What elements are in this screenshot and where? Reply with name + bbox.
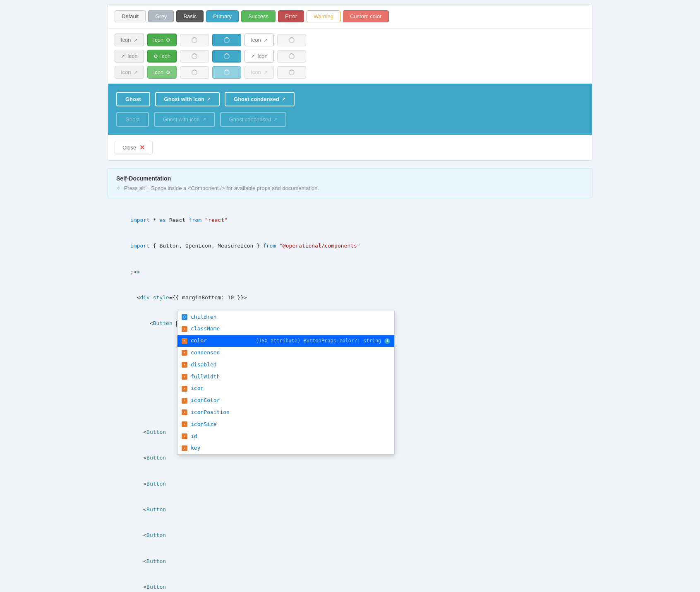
code-line-1: import * as React from "react" — [111, 207, 589, 233]
icon-row-1: Icon ↗ Icon ⚙ Icon ↗ — [115, 34, 585, 46]
code-line-4: <div style={{ marginBottom: 10 }}> — [111, 285, 589, 310]
btn-custom[interactable]: Custom color — [343, 10, 389, 22]
ghost-with-icon-label-1: Ghost with icon — [164, 96, 205, 102]
code-line-12: <Button — [111, 574, 589, 592]
ac-item-icon[interactable]: ⚡ icon — [177, 383, 394, 395]
btn-icon-primary-2[interactable] — [212, 50, 241, 63]
ghost-label-2: Ghost — [125, 116, 140, 123]
ghost-condensed-label-1: Ghost condensed — [234, 96, 279, 102]
ghost-section: Ghost Ghost with icon ↗ Ghost condensed … — [108, 84, 592, 135]
btn-icon-default-1[interactable]: Icon ↗ — [115, 34, 144, 46]
icon-text-9: Icon — [251, 69, 261, 75]
ac-icon-iconcolor: ⚡ — [182, 398, 187, 404]
icon-text-6: Icon — [257, 53, 268, 59]
ac-item-iconposition[interactable]: ⚡ iconPosition — [177, 407, 394, 419]
link-icon-3: ↗ — [121, 53, 125, 59]
ac-item-key[interactable]: ⚡ key — [177, 442, 394, 454]
btn-basic[interactable]: Basic — [176, 10, 204, 22]
globe-icon-1: ⚙ — [166, 37, 170, 43]
btn-icon-outline-2[interactable]: ↗ Icon — [245, 50, 274, 63]
ghost-condensed-icon-1: ↗ — [282, 96, 285, 102]
ac-item-children[interactable]: ⬡ children — [177, 311, 394, 323]
btn-icon-loading-1[interactable] — [180, 34, 209, 46]
btn-icon-success-disabled[interactable]: Icon ⚙ — [147, 66, 177, 79]
spinner-4 — [192, 53, 197, 59]
ac-item-color[interactable]: ⚡ color (JSX attribute) ButtonProps.colo… — [177, 335, 394, 347]
btn-icon-default-disabled[interactable]: Icon ↗ — [115, 66, 144, 79]
ac-item-fullwidth[interactable]: ⚡ fullWidth — [177, 371, 394, 383]
globe-icon-2: ⚙ — [153, 53, 158, 59]
ghost-condensed-icon-2: ↗ — [273, 117, 277, 122]
icon-row-2: ↗ Icon ⚙ Icon ↗ Icon — [115, 50, 585, 63]
btn-ghost-disabled-1[interactable]: Ghost — [116, 112, 149, 127]
ac-item-condensed[interactable]: ⚡ condensed — [177, 347, 394, 359]
icon-text-2: Icon — [153, 37, 164, 43]
ac-icon-classname: ⚡ — [182, 326, 187, 332]
autocomplete-dropdown: ⬡ children ⚡ className ⚡ color (JSX attr… — [177, 311, 395, 455]
ac-icon-disabled: ⚡ — [182, 362, 187, 368]
link-icon-2: ↗ — [264, 37, 268, 43]
btn-ghost-condensed-disabled[interactable]: Ghost condensed ↗ — [220, 112, 287, 127]
ac-icon-key: ⚡ — [182, 445, 187, 451]
btn-icon-disabled-1[interactable] — [277, 34, 306, 46]
btn-icon-loading-disabled[interactable] — [180, 66, 209, 79]
btn-icon-success-2[interactable]: ⚙ Icon — [147, 50, 177, 63]
spinner-3 — [289, 37, 295, 43]
btn-icon-loading-2[interactable] — [180, 50, 209, 63]
btn-success[interactable]: Success — [241, 10, 276, 22]
spinner-2 — [224, 37, 230, 43]
btn-ghost-condensed-1[interactable]: Ghost condensed ↗ — [225, 92, 295, 106]
btn-icon-outline-disabled[interactable]: Icon ↗ — [245, 66, 274, 79]
self-doc-description: ✧ Press alt + Space inside a <Component … — [116, 185, 584, 191]
code-line-10: <Button — [111, 523, 589, 549]
spinner-6 — [289, 53, 295, 59]
btn-grey[interactable]: Grey — [148, 10, 174, 22]
link-icon-6: ↗ — [264, 70, 268, 75]
link-icon-1: ↗ — [134, 37, 138, 43]
ac-item-disabled[interactable]: ⚡ disabled — [177, 359, 394, 371]
btn-default[interactable]: Default — [115, 10, 146, 22]
ghost-link-icon-2: ↗ — [202, 117, 206, 122]
btn-error[interactable]: Error — [278, 10, 304, 22]
code-section: import * as React from "react" import { … — [108, 207, 592, 592]
btn-icon-primary-1[interactable] — [212, 34, 241, 46]
icon-text-7: Icon — [121, 69, 131, 75]
spinner-9 — [289, 70, 295, 75]
ac-icon-iconposition: ⚡ — [182, 409, 187, 415]
ghost-condensed-label-2: Ghost condensed — [229, 116, 271, 123]
btn-warning[interactable]: Warning — [307, 10, 340, 22]
btn-primary[interactable]: Primary — [206, 10, 239, 22]
btn-icon-primary-disabled[interactable] — [212, 66, 241, 79]
ghost-row-2: Ghost Ghost with icon ↗ Ghost condensed … — [116, 112, 584, 127]
btn-icon-default-2[interactable]: ↗ Icon — [115, 50, 144, 63]
btn-ghost-with-icon-disabled[interactable]: Ghost with icon ↗ — [154, 112, 215, 127]
btn-icon-disabled-2[interactable] — [277, 50, 306, 63]
icon-text-5: Icon — [161, 53, 171, 59]
ac-icon-fullwidth: ⚡ — [182, 374, 187, 380]
icon-rows-section: Icon ↗ Icon ⚙ Icon ↗ — [108, 29, 592, 84]
btn-icon-success-1[interactable]: Icon ⚙ — [147, 34, 177, 46]
ac-icon-id: ⚡ — [182, 433, 187, 439]
code-line-3: ;<> — [111, 259, 589, 285]
ac-item-iconsize[interactable]: ⚡ iconSize — [177, 419, 394, 431]
spinner-5 — [224, 53, 230, 59]
sparkle-icon: ✧ — [116, 185, 121, 191]
ac-item-classname[interactable]: ⚡ className — [177, 323, 394, 335]
ac-item-iconcolor[interactable]: ⚡ iconColor — [177, 395, 394, 407]
btn-ghost-1[interactable]: Ghost — [116, 92, 150, 106]
btn-icon-disabled-3[interactable] — [277, 66, 306, 79]
info-icon: i — [384, 338, 390, 344]
code-line-9: <Button — [111, 497, 589, 522]
icon-text-8: Icon — [153, 69, 164, 75]
code-autocomplete-context: <Button >Default</Button> ⬡ children ⚡ c… — [111, 311, 589, 337]
ac-item-id[interactable]: ⚡ id — [177, 431, 394, 443]
ghost-with-icon-label-2: Ghost with icon — [163, 116, 200, 123]
btn-icon-outline-1[interactable]: Icon ↗ — [245, 34, 274, 46]
close-button[interactable]: Close ✕ — [115, 141, 153, 154]
ghost-row-1: Ghost Ghost with icon ↗ Ghost condensed … — [116, 92, 584, 106]
link-icon-5: ↗ — [134, 70, 138, 75]
icon-text-1: Icon — [121, 37, 131, 43]
globe-icon-3: ⚙ — [166, 70, 170, 75]
btn-ghost-with-icon-1[interactable]: Ghost with icon ↗ — [155, 92, 220, 106]
ghost-link-icon-1: ↗ — [207, 96, 211, 102]
